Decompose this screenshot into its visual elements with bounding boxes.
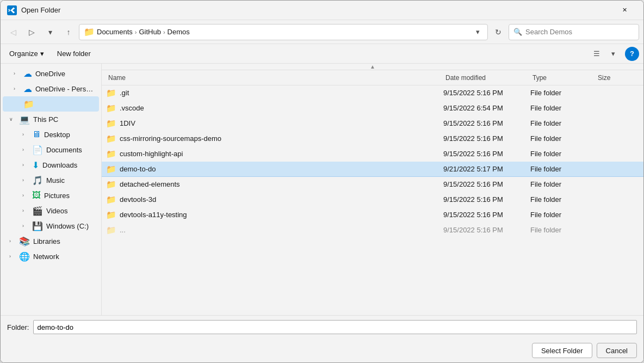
table-row[interactable]: 📁 css-mirroring-sourcemaps-demo 9/15/202… [102, 131, 643, 146]
sidebar-item-music[interactable]: › 🎵 Music [3, 173, 99, 188]
view-list-icon: ☰ [593, 50, 600, 58]
refresh-button[interactable]: ↻ [490, 24, 506, 40]
breadcrumb-part-documents: Documents [97, 28, 133, 36]
col-header-date[interactable]: Date modified [443, 70, 530, 85]
table-row[interactable]: 📁 devtools-3d 9/15/2022 5:16 PM File fol… [102, 192, 643, 207]
file-name-cell: 📁 devtools-a11y-testing [106, 210, 443, 220]
folder-label: Folder: [7, 323, 29, 331]
col-header-type[interactable]: Type [530, 70, 596, 85]
documents-icon: 📄 [32, 145, 43, 155]
file-name-text: custom-highlight-api [120, 150, 183, 158]
scroll-up-icon: ▲ [370, 64, 375, 70]
file-name-text: demo-to-do [120, 165, 156, 173]
view-buttons: ☰ ▾ [589, 47, 621, 61]
file-name-text: .vscode [120, 104, 144, 112]
file-name-cell: 📁 detached-elements [106, 180, 443, 189]
sidebar-item-onedrive[interactable]: › ☁ OneDrive [3, 66, 99, 81]
sidebar-item-selected-folder[interactable]: 📁 [3, 96, 99, 112]
address-bar[interactable]: 📁 Documents › GitHub › Demos ▾ [79, 24, 488, 40]
chevron-icon: › [22, 208, 29, 213]
table-row[interactable]: 📁 .vscode 9/15/2022 6:54 PM File folder [102, 101, 643, 116]
sidebar-item-documents[interactable]: › 📄 Documents [3, 142, 99, 157]
file-type-cell: File folder [530, 119, 596, 127]
help-button[interactable]: ? [625, 47, 639, 61]
close-button[interactable]: ✕ [612, 2, 637, 19]
file-name-cell: 📁 ... [106, 225, 443, 235]
file-name-cell: 📁 custom-highlight-api [106, 149, 443, 159]
file-folder-icon: 📁 [106, 88, 116, 98]
sidebar: › ☁ OneDrive › ☁ OneDrive - Perso... 📁 ∨… [1, 64, 102, 315]
organize-button[interactable]: Organize ▾ [5, 47, 48, 61]
search-bar[interactable]: 🔍 [509, 24, 639, 40]
table-row[interactable]: 📁 custom-highlight-api 9/15/2022 5:16 PM… [102, 146, 643, 162]
view-options-icon: ▾ [611, 50, 615, 58]
file-type-cell: File folder [530, 134, 596, 143]
chevron-icon: › [14, 86, 20, 91]
file-folder-icon: 📁 [106, 225, 116, 235]
file-date-cell: 9/15/2022 6:54 PM [443, 104, 530, 112]
sidebar-item-desktop[interactable]: › 🖥 Desktop [3, 127, 99, 142]
sidebar-item-windows-c[interactable]: › 💾 Windows (C:) [3, 218, 99, 233]
file-folder-icon: 📁 [106, 119, 116, 128]
file-type-cell: File folder [530, 150, 596, 158]
table-row[interactable]: 📁 detached-elements 9/15/2022 5:16 PM Fi… [102, 177, 643, 192]
col-name-label: Name [108, 74, 126, 82]
sidebar-item-libraries[interactable]: › 📚 Libraries [3, 233, 99, 249]
file-folder-icon: 📁 [106, 180, 116, 189]
sidebar-item-this-pc[interactable]: ∨ 💻 This PC [3, 112, 99, 127]
folder-name-input[interactable] [33, 320, 637, 334]
sidebar-item-onedrive-personal[interactable]: › ☁ OneDrive - Perso... [3, 81, 99, 96]
new-folder-button[interactable]: New folder [53, 47, 95, 61]
sidebar-item-downloads[interactable]: › ⬇ Downloads [3, 157, 99, 173]
file-name-text: .git [120, 89, 129, 97]
breadcrumb-part-demos: Demos [168, 28, 190, 36]
sidebar-item-label: Network [33, 253, 59, 261]
videos-icon: 🎬 [32, 206, 43, 216]
sidebar-item-network[interactable]: › 🌐 Network [3, 249, 99, 264]
back-button[interactable]: ◁ [5, 24, 21, 40]
file-type-cell: File folder [530, 211, 596, 219]
view-list-button[interactable]: ☰ [589, 47, 604, 61]
vscode-icon [7, 5, 17, 15]
file-date-cell: 9/15/2022 5:16 PM [443, 134, 530, 143]
table-row[interactable]: 📁 demo-to-do 9/21/2022 5:17 PM File fold… [102, 162, 643, 177]
table-row[interactable]: 📁 .git 9/15/2022 5:16 PM File folder [102, 85, 643, 101]
breadcrumb-dropdown-button[interactable]: ▾ [472, 27, 483, 38]
up-icon: ↑ [67, 28, 71, 36]
file-folder-icon: 📁 [106, 103, 116, 113]
chevron-icon: › [22, 147, 29, 152]
network-icon: 🌐 [19, 251, 30, 262]
sidebar-item-videos[interactable]: › 🎬 Videos [3, 203, 99, 218]
dialog-title: Open Folder [21, 6, 612, 14]
file-name-text: ... [120, 226, 126, 234]
chevron-icon: › [22, 193, 29, 198]
col-date-label: Date modified [445, 74, 486, 82]
search-input[interactable] [525, 28, 634, 36]
breadcrumb-sep-2: › [163, 29, 165, 35]
up-button[interactable]: ↑ [60, 24, 77, 40]
forward-button[interactable]: ▷ [23, 24, 40, 40]
title-bar: Open Folder ✕ [1, 1, 643, 20]
col-header-name[interactable]: Name [106, 70, 443, 85]
scroll-top-indicator: ▲ [102, 64, 643, 70]
chevron-icon: › [22, 223, 29, 229]
breadcrumb: Documents › GitHub › Demos [97, 28, 470, 36]
chevron-icon: › [22, 132, 29, 137]
chevron-icon: › [9, 238, 16, 244]
file-type-cell: File folder [530, 165, 596, 173]
table-row[interactable]: 📁 devtools-a11y-testing 9/15/2022 5:16 P… [102, 207, 643, 223]
select-folder-button[interactable]: Select Folder [532, 343, 592, 358]
organize-chevron: ▾ [40, 50, 44, 58]
table-row[interactable]: 📁 1DIV 9/15/2022 5:16 PM File folder [102, 116, 643, 131]
view-options-button[interactable]: ▾ [605, 47, 621, 61]
file-name-cell: 📁 1DIV [106, 119, 443, 128]
file-date-cell: 9/15/2022 5:16 PM [443, 195, 530, 204]
desktop-icon: 🖥 [32, 130, 41, 139]
table-row[interactable]: 📁 ... 9/15/2022 5:16 PM File folder [102, 223, 643, 238]
sidebar-item-pictures[interactable]: › 🖼 Pictures [3, 188, 99, 203]
col-header-size[interactable]: Size [596, 70, 639, 85]
dropdown-button[interactable]: ▾ [42, 24, 58, 40]
cancel-button[interactable]: Cancel [597, 343, 637, 358]
music-icon: 🎵 [32, 175, 43, 186]
forward-icon: ▷ [29, 28, 35, 36]
